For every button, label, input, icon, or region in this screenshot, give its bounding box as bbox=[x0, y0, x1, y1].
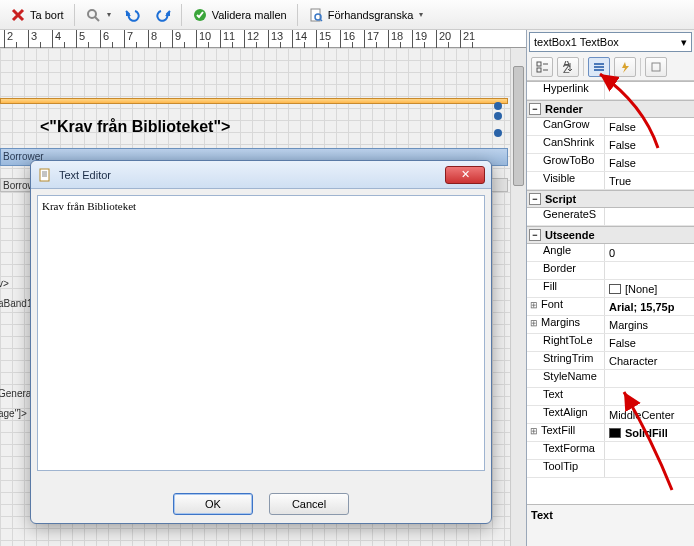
object-selector[interactable]: textBox1 TextBox ▾ bbox=[529, 32, 692, 52]
property-value[interactable]: Character bbox=[605, 352, 694, 369]
property-value[interactable]: False bbox=[605, 154, 694, 171]
horizontal-ruler: 23456789101112131415161718192021 bbox=[0, 30, 526, 48]
svg-rect-7 bbox=[537, 68, 541, 72]
property-value[interactable]: SolidFill bbox=[605, 424, 694, 441]
color-swatch-icon bbox=[609, 428, 621, 438]
properties-grid[interactable]: Hyperlink−RenderCanGrowFalseCanShrinkFal… bbox=[527, 81, 694, 504]
property-row[interactable]: ToolTip bbox=[527, 460, 694, 478]
property-name: TextForma bbox=[527, 442, 605, 459]
category-label: Script bbox=[545, 193, 576, 205]
property-row[interactable]: TextForma bbox=[527, 442, 694, 460]
property-row[interactable]: Angle0 bbox=[527, 244, 694, 262]
svg-rect-12 bbox=[594, 63, 604, 65]
property-pages-button[interactable] bbox=[645, 57, 667, 77]
events-button[interactable] bbox=[614, 57, 636, 77]
categorized-button[interactable] bbox=[531, 57, 553, 77]
color-swatch-icon bbox=[609, 284, 621, 294]
property-name: Fill bbox=[527, 280, 605, 297]
chevron-down-icon: ▾ bbox=[681, 36, 687, 49]
page-header-band[interactable] bbox=[0, 98, 508, 104]
property-value[interactable]: MiddleCenter bbox=[605, 406, 694, 423]
property-row[interactable]: TextAlignMiddleCenter bbox=[527, 406, 694, 424]
property-row[interactable]: GenerateS bbox=[527, 208, 694, 226]
preview-button[interactable]: Förhandsgranska ▾ bbox=[302, 4, 430, 26]
remove-button[interactable]: Ta bort bbox=[4, 4, 70, 26]
property-value[interactable] bbox=[605, 82, 694, 99]
property-row[interactable]: Fill[None] bbox=[527, 280, 694, 298]
category-label: Utseende bbox=[545, 229, 595, 241]
property-name: TextAlign bbox=[527, 406, 605, 423]
property-value[interactable]: Margins bbox=[605, 316, 694, 333]
property-name: GrowToBo bbox=[527, 154, 605, 171]
band-handle[interactable] bbox=[494, 112, 502, 120]
truncated-label: aBand1 bbox=[0, 298, 32, 309]
chevron-down-icon: ▾ bbox=[107, 10, 111, 19]
textbox-element[interactable]: <"Krav från Biblioteket"> bbox=[40, 118, 230, 136]
separator bbox=[74, 4, 75, 26]
property-row[interactable]: TextFillSolidFill bbox=[527, 424, 694, 442]
property-row[interactable]: RightToLeFalse bbox=[527, 334, 694, 352]
property-value[interactable] bbox=[605, 388, 694, 405]
zoom-button[interactable]: ▾ bbox=[79, 4, 117, 26]
svg-text:Z: Z bbox=[563, 63, 570, 73]
band-handle[interactable] bbox=[494, 102, 502, 110]
text-editor-input[interactable] bbox=[37, 195, 485, 471]
properties-panel: textBox1 TextBox ▾ AZ Hyperlink−RenderCa… bbox=[526, 30, 694, 546]
property-name: CanShrink bbox=[527, 136, 605, 153]
property-value-text: False bbox=[609, 337, 636, 349]
property-name: GenerateS bbox=[527, 208, 605, 225]
property-row[interactable]: MarginsMargins bbox=[527, 316, 694, 334]
properties-button[interactable] bbox=[588, 57, 610, 77]
property-value[interactable] bbox=[605, 442, 694, 459]
undo-button[interactable] bbox=[119, 4, 147, 26]
property-value[interactable] bbox=[605, 370, 694, 387]
property-value[interactable]: False bbox=[605, 334, 694, 351]
magnifier-icon bbox=[85, 7, 101, 23]
property-row[interactable]: CanGrowFalse bbox=[527, 118, 694, 136]
property-value[interactable]: [None] bbox=[605, 280, 694, 297]
cancel-button[interactable]: Cancel bbox=[269, 493, 349, 515]
alphabetical-button[interactable]: AZ bbox=[557, 57, 579, 77]
scrollbar-thumb[interactable] bbox=[513, 66, 524, 186]
property-row[interactable]: VisibleTrue bbox=[527, 172, 694, 190]
property-row[interactable]: CanShrinkFalse bbox=[527, 136, 694, 154]
property-value[interactable]: False bbox=[605, 136, 694, 153]
property-value[interactable]: True bbox=[605, 172, 694, 189]
property-value[interactable] bbox=[605, 262, 694, 279]
collapse-icon[interactable]: − bbox=[529, 103, 541, 115]
property-row[interactable]: GrowToBoFalse bbox=[527, 154, 694, 172]
collapse-icon[interactable]: − bbox=[529, 229, 541, 241]
property-row[interactable]: Text bbox=[527, 388, 694, 406]
dialog-title: Text Editor bbox=[59, 169, 439, 181]
property-row[interactable]: Hyperlink bbox=[527, 82, 694, 100]
property-value-text: SolidFill bbox=[625, 427, 668, 439]
check-circle-icon bbox=[192, 7, 208, 23]
category-header[interactable]: −Script bbox=[527, 190, 694, 208]
property-value[interactable]: False bbox=[605, 118, 694, 135]
property-row[interactable]: StringTrimCharacter bbox=[527, 352, 694, 370]
validate-button[interactable]: Validera mallen bbox=[186, 4, 293, 26]
collapse-icon[interactable]: − bbox=[529, 193, 541, 205]
svg-rect-15 bbox=[652, 63, 660, 71]
view-mode-row: AZ bbox=[527, 54, 694, 81]
truncated-label: age"]> bbox=[0, 408, 27, 419]
vertical-scrollbar[interactable] bbox=[510, 48, 526, 546]
band-handle[interactable] bbox=[494, 129, 502, 137]
property-value[interactable] bbox=[605, 460, 694, 477]
property-row[interactable]: Border bbox=[527, 262, 694, 280]
category-header[interactable]: −Render bbox=[527, 100, 694, 118]
separator bbox=[181, 4, 182, 26]
category-header[interactable]: −Utseende bbox=[527, 226, 694, 244]
property-name: Angle bbox=[527, 244, 605, 261]
property-value[interactable]: Arial; 15,75p bbox=[605, 298, 694, 315]
close-button[interactable]: ✕ bbox=[445, 166, 485, 184]
svg-rect-6 bbox=[537, 62, 541, 66]
property-row[interactable]: FontArial; 15,75p bbox=[527, 298, 694, 316]
dialog-titlebar[interactable]: Text Editor ✕ bbox=[31, 161, 491, 189]
property-row[interactable]: StyleName bbox=[527, 370, 694, 388]
property-value[interactable]: 0 bbox=[605, 244, 694, 261]
property-name: TextFill bbox=[527, 424, 605, 441]
ok-button[interactable]: OK bbox=[173, 493, 253, 515]
redo-button[interactable] bbox=[149, 4, 177, 26]
property-value[interactable] bbox=[605, 208, 694, 225]
